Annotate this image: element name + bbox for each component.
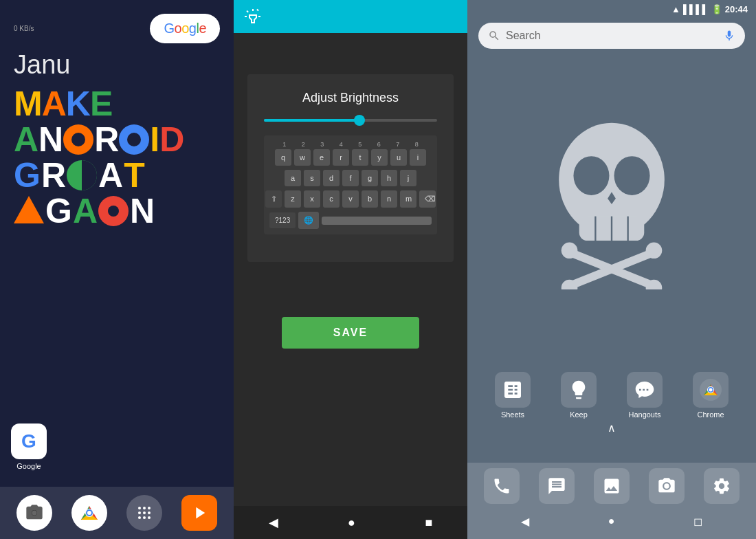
svg-point-9: [143, 512, 146, 514]
make-line: MAKE: [14, 87, 220, 121]
apps-drawer-icon[interactable]: [126, 495, 162, 531]
play-store-icon[interactable]: [181, 495, 217, 531]
panel3-home-button[interactable]: ●: [597, 512, 626, 531]
brightness-slider[interactable]: [264, 119, 437, 122]
google-app-label: Google: [16, 462, 41, 470]
google-logo: Google: [164, 21, 206, 36]
nav-back-button[interactable]: ◀: [255, 509, 292, 536]
hangouts-app[interactable]: Hangouts: [617, 372, 672, 419]
svg-point-8: [138, 512, 141, 514]
panel3-skull-screen: ▲ ▌▌▌▌ 🔋 20:44 Search: [467, 0, 756, 539]
google-search-button[interactable]: Google: [150, 14, 220, 43]
svg-point-30: [709, 388, 713, 392]
dock-apps-row: [467, 468, 756, 504]
panel1-dock: [0, 487, 234, 539]
save-button-container: SAVE: [234, 303, 467, 362]
status-time: 20:44: [725, 4, 748, 14]
camera2-icon: [657, 476, 676, 496]
chrome-app[interactable]: Chrome: [683, 372, 738, 419]
sheets-app[interactable]: Sheets: [485, 372, 540, 419]
search-icon: [488, 30, 500, 42]
keep-label: Keep: [570, 410, 588, 419]
keep-app[interactable]: Keep: [551, 372, 606, 419]
messages-icon: [547, 476, 566, 496]
chrome-label: Chrome: [697, 410, 724, 419]
kb-stat: 0 KB/s: [14, 25, 34, 32]
again-line: G A N: [14, 194, 220, 228]
settings-dock-icon[interactable]: [704, 468, 740, 504]
panel3-recent-button[interactable]: ◻: [682, 512, 713, 531]
status-icons: ▲ ▌▌▌▌ 🔋 20:44: [671, 4, 748, 14]
search-bar[interactable]: Search: [478, 23, 745, 49]
keyboard-bottom-row: ?123 🌐: [269, 212, 432, 229]
keyboard-numbers-row: 1 2 3 4 5 6 7 8: [269, 141, 432, 148]
camera-dock-icon[interactable]: [16, 495, 52, 531]
app-icons-row: Sheets Keep Hangouts: [467, 372, 756, 437]
hangouts-label: Hangouts: [628, 410, 660, 419]
expand-apps-arrow[interactable]: ∧: [608, 421, 616, 434]
panel2-brightness-screen: Adjust Brightness 1 2 3 4 5 6 7 8 q w: [234, 0, 467, 539]
sheets-label: Sheets: [501, 410, 524, 419]
google-app-shortcut[interactable]: G Google: [11, 424, 47, 470]
panel1-top-bar: 0 KB/s Google: [0, 0, 234, 50]
svg-point-7: [148, 507, 151, 509]
keyboard: 1 2 3 4 5 6 7 8 q w e r t y u i a s: [264, 135, 437, 234]
keyboard-row-3: ⇧ z x c v b n m ⌫: [269, 190, 432, 208]
chrome-icon: [700, 379, 722, 401]
keyboard-row-2: a s d f g h j: [269, 170, 432, 186]
svg-point-10: [148, 512, 151, 514]
svg-point-15: [573, 156, 609, 195]
panel3-nav: ◀ ● ◻: [467, 509, 756, 531]
status-bar: ▲ ▌▌▌▌ 🔋 20:44: [467, 0, 756, 19]
brightness-title: Adjust Brightness: [264, 91, 437, 105]
svg-point-11: [138, 516, 141, 519]
expand-arrow-row: ∧: [473, 421, 751, 434]
svg-point-0: [32, 511, 37, 516]
svg-point-12: [143, 516, 146, 519]
keyboard-row-1: q w e r t y u i: [269, 149, 432, 166]
svg-point-4: [87, 511, 91, 515]
date-text: Janu: [0, 50, 234, 80]
hangouts-icon: [634, 379, 656, 401]
phone-dock-icon[interactable]: [484, 468, 520, 504]
svg-point-5: [138, 507, 141, 509]
brightness-dialog: Adjust Brightness 1 2 3 4 5 6 7 8 q w: [247, 74, 454, 262]
nav-recent-button[interactable]: ■: [411, 510, 446, 536]
header-icon: [245, 8, 261, 25]
svg-point-22: [562, 242, 578, 258]
panel3-back-button[interactable]: ◀: [510, 512, 540, 531]
messages-dock-icon[interactable]: [539, 468, 575, 504]
wifi-icon: ▲: [671, 4, 680, 14]
search-placeholder: Search: [506, 30, 718, 42]
phone-icon: [492, 476, 511, 496]
camera2-dock-icon[interactable]: [649, 468, 685, 504]
photos-icon: [602, 476, 621, 496]
svg-point-16: [614, 156, 650, 195]
svg-point-25: [646, 242, 663, 258]
nav-home-button[interactable]: ●: [334, 510, 369, 536]
svg-point-6: [143, 507, 146, 509]
chrome-dock-icon[interactable]: [71, 495, 107, 531]
panel2-header: [234, 0, 467, 33]
signal-icon: ▌▌▌▌: [683, 4, 709, 14]
microphone-icon[interactable]: [723, 30, 735, 42]
photos-dock-icon[interactable]: [594, 468, 630, 504]
svg-point-13: [148, 516, 151, 519]
keep-icon: [568, 379, 590, 401]
panel3-dock: ◀ ● ◻: [467, 463, 756, 539]
skull-wallpaper: [467, 56, 756, 344]
apps-first-row: Sheets Keep Hangouts: [473, 372, 751, 419]
panel1-home-screen: 0 KB/s Google Janu MAKE A N R I D: [0, 0, 234, 539]
mag-text-area: MAKE A N R I D G R A T: [0, 80, 234, 236]
battery-icon: 🔋: [711, 4, 722, 14]
save-button[interactable]: SAVE: [282, 317, 419, 349]
panel2-navigation: ◀ ● ■: [234, 506, 467, 539]
settings-icon: [712, 476, 731, 496]
skull-icon: [522, 111, 701, 289]
android-line: A N R I D: [14, 122, 220, 157]
svg-point-31: [664, 483, 669, 488]
sheets-icon: [502, 379, 524, 401]
great-line: G R A T: [14, 158, 220, 192]
